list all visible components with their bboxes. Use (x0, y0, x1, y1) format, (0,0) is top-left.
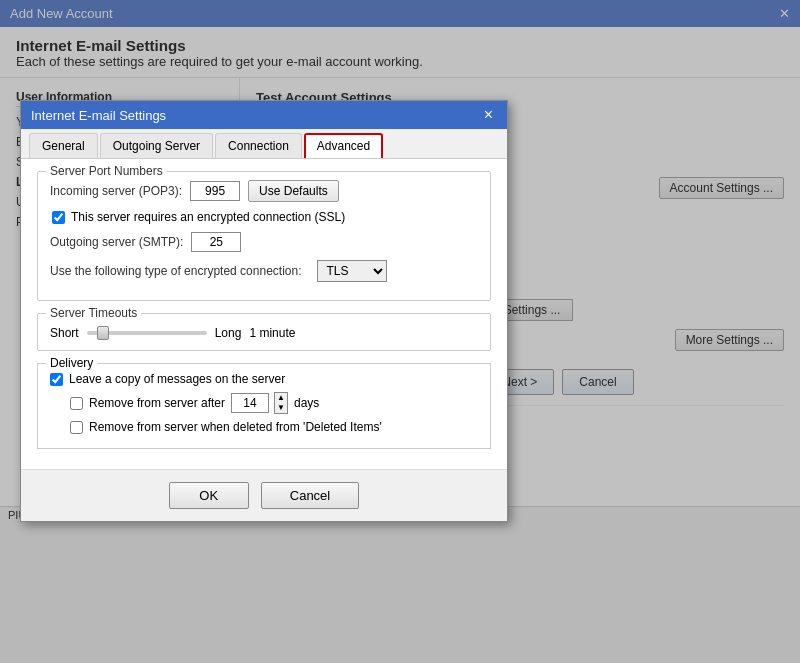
cancel-button[interactable]: Cancel (261, 482, 359, 509)
remove-deleted-row: Remove from server when deleted from 'De… (70, 420, 478, 434)
server-timeouts-group: Server Timeouts Short Long 1 minute (37, 313, 491, 351)
remove-after-label: Remove from server after (89, 396, 225, 410)
encryption-row: Use the following type of encrypted conn… (50, 260, 478, 282)
outgoing-server-input[interactable] (191, 232, 241, 252)
spinner-up-button[interactable]: ▲ (275, 393, 287, 403)
ssl-checkbox[interactable] (52, 211, 65, 224)
server-port-group: Server Port Numbers Incoming server (POP… (37, 171, 491, 301)
dialog-tabs: General Outgoing Server Connection Advan… (21, 129, 507, 159)
use-defaults-button[interactable]: Use Defaults (248, 180, 339, 202)
tab-general[interactable]: General (29, 133, 98, 158)
remove-after-row: Remove from server after ▲ ▼ days (70, 392, 478, 414)
leave-copy-row: Leave a copy of messages on the server (50, 372, 478, 386)
remove-deleted-label: Remove from server when deleted from 'De… (89, 420, 382, 434)
incoming-server-input[interactable] (190, 181, 240, 201)
spinner-down-button[interactable]: ▼ (275, 403, 287, 413)
long-label: Long (215, 326, 242, 340)
remove-after-checkbox[interactable] (70, 397, 83, 410)
dialog-title: Internet E-mail Settings (31, 108, 166, 123)
incoming-server-row: Incoming server (POP3): Use Defaults (50, 180, 478, 202)
remove-after-days-input[interactable] (231, 393, 269, 413)
server-timeouts-title: Server Timeouts (46, 306, 141, 320)
dialog-close-button[interactable]: × (480, 107, 497, 123)
tab-connection[interactable]: Connection (215, 133, 302, 158)
dialog-footer: OK Cancel (21, 469, 507, 521)
server-port-title: Server Port Numbers (46, 164, 167, 178)
dialog-titlebar: Internet E-mail Settings × (21, 101, 507, 129)
short-label: Short (50, 326, 79, 340)
incoming-label: Incoming server (POP3): (50, 184, 182, 198)
ssl-label: This server requires an encrypted connec… (71, 210, 345, 224)
tab-outgoing-server[interactable]: Outgoing Server (100, 133, 213, 158)
encryption-select[interactable]: TLS None SSL Auto (317, 260, 387, 282)
days-label: days (294, 396, 319, 410)
encryption-label: Use the following type of encrypted conn… (50, 264, 301, 278)
tab-advanced[interactable]: Advanced (304, 133, 383, 158)
dialog-body: Server Port Numbers Incoming server (POP… (21, 159, 507, 469)
timeout-slider-row: Short Long 1 minute (50, 326, 478, 340)
delivery-title: Delivery (46, 356, 97, 370)
leave-copy-checkbox[interactable] (50, 373, 63, 386)
outgoing-server-row: Outgoing server (SMTP): (50, 232, 478, 252)
days-spinner[interactable]: ▲ ▼ (274, 392, 288, 414)
ok-button[interactable]: OK (169, 482, 249, 509)
ssl-checkbox-row: This server requires an encrypted connec… (52, 210, 478, 224)
internet-email-settings-dialog: Internet E-mail Settings × General Outgo… (20, 100, 508, 522)
leave-copy-label: Leave a copy of messages on the server (69, 372, 285, 386)
remove-deleted-checkbox[interactable] (70, 421, 83, 434)
timeout-value: 1 minute (249, 326, 295, 340)
timeout-slider-thumb[interactable] (97, 326, 109, 340)
timeout-slider-track[interactable] (87, 331, 207, 335)
delivery-group: Delivery Leave a copy of messages on the… (37, 363, 491, 449)
outgoing-label: Outgoing server (SMTP): (50, 235, 183, 249)
